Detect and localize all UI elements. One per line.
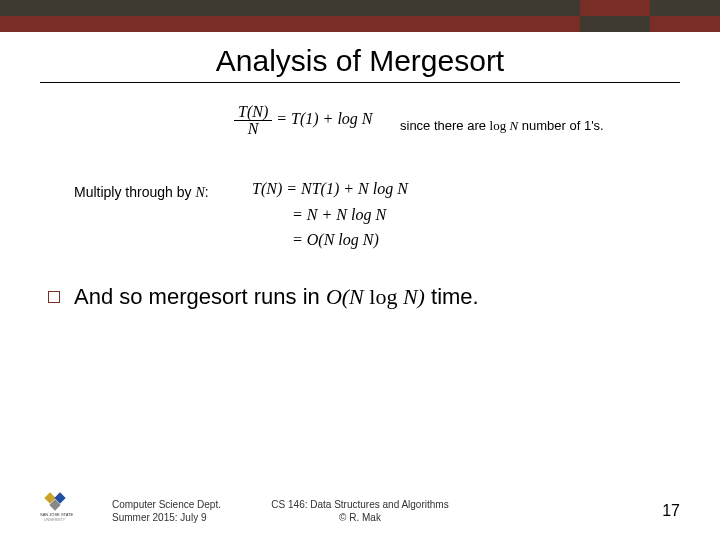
footer-center: CS 146: Data Structures and Algorithms ©…	[40, 499, 680, 524]
stripe	[580, 0, 650, 16]
title-decoration	[0, 0, 720, 32]
bullet-suffix: time.	[425, 284, 479, 309]
equation-1: T(N) N = T(1) + log N	[234, 104, 373, 137]
eq2-line1: T(N) = NT(1) + N log N	[252, 180, 408, 197]
eq2-line2: = N + N log N	[292, 206, 386, 223]
stripe	[650, 16, 720, 32]
eq1-denominator: N	[248, 120, 259, 137]
footer-copyright: © R. Mak	[40, 512, 680, 525]
bullet-math-log: log	[369, 284, 403, 309]
multiply-var: N	[195, 185, 204, 200]
bullet-math-1: O(N	[326, 284, 369, 309]
stripe	[580, 16, 650, 32]
title-underline	[40, 82, 680, 83]
since-suffix: number of 1's.	[518, 118, 604, 133]
multiply-suffix: :	[205, 184, 209, 200]
eq2-line3: = O(N log N)	[292, 231, 379, 248]
bullet-prefix: And so mergesort runs in	[74, 284, 326, 309]
bullet-marker-icon	[48, 291, 60, 303]
eq1-numerator: T(N)	[238, 103, 268, 120]
footer: SAN JOSE STATE UNIVERSITY Computer Scien…	[40, 486, 680, 526]
since-math: log N	[490, 118, 519, 133]
footer-course: CS 146: Data Structures and Algorithms	[40, 499, 680, 512]
bullet-text: And so mergesort runs in O(N log N) time…	[74, 284, 479, 309]
slide-title: Analysis of Mergesort	[0, 44, 720, 78]
eq1-rhs: = T(1) + log N	[272, 110, 372, 127]
bullet-item: And so mergesort runs in O(N log N) time…	[48, 284, 680, 310]
bullet-math-2: N)	[403, 284, 425, 309]
stripe	[650, 0, 720, 16]
slide-number: 17	[662, 502, 680, 520]
multiply-prefix: Multiply through by	[74, 184, 195, 200]
stripe	[0, 16, 580, 32]
since-prefix: since there are	[400, 118, 490, 133]
since-note: since there are log N number of 1's.	[400, 118, 604, 134]
equation-2: T(N) = NT(1) + N log N = N + N log N = O…	[252, 176, 408, 253]
multiply-note: Multiply through by N:	[74, 184, 209, 201]
stripe	[0, 0, 580, 16]
